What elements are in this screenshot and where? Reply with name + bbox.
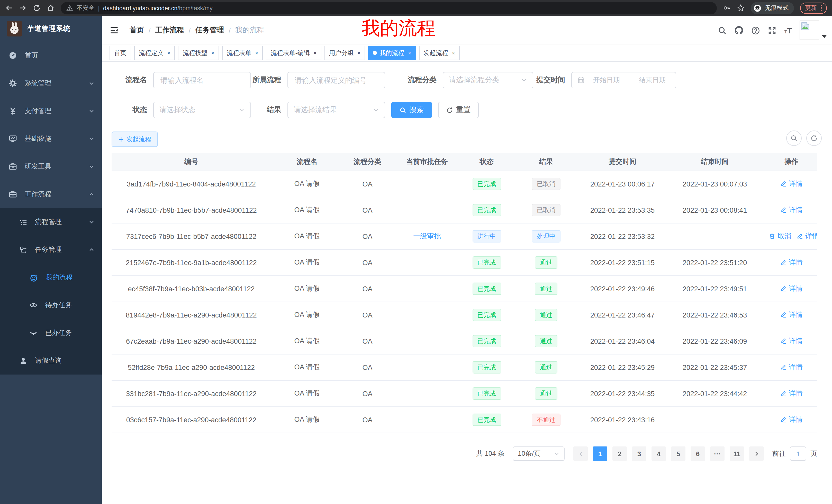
sidebar-item-process-mgmt[interactable]: 流程管理 [0,208,102,236]
font-size-icon[interactable]: TT [784,26,792,34]
op-cancel-link[interactable]: 取消 [769,232,791,241]
op-detail-link[interactable]: 详情 [780,310,803,319]
result-select[interactable]: 请选择流结果 [287,102,385,118]
close-icon[interactable]: × [452,50,455,56]
sidebar-item-devtools[interactable]: 研发工具 [0,152,102,180]
tab-流程定义[interactable]: 流程定义× [134,46,175,60]
sidebar-collapse-icon[interactable] [102,26,119,35]
user-avatar[interactable] [800,21,827,40]
chevron-down-icon [554,451,560,456]
submit-time-range-picker[interactable]: 开始日期 - 结束日期 [571,72,676,88]
op-detail-link[interactable]: 详情 [780,363,803,372]
op-detail-link[interactable]: 详情 [780,337,803,346]
cell-name: OA 请假 [271,407,343,433]
chevron-down-icon [88,80,95,86]
fullscreen-icon[interactable] [768,26,777,35]
tab-流程模型[interactable]: 流程模型× [178,46,219,60]
page-button-2[interactable]: 2 [613,446,627,461]
page-button-4[interactable]: 4 [651,446,666,461]
tab-发起流程[interactable]: 发起流程× [419,46,460,60]
chevron-right-icon [754,451,759,456]
sidebar-item-task-mgmt[interactable]: 任务管理 [0,236,102,263]
tab-首页[interactable]: 首页 [109,46,131,60]
start-process-button[interactable]: 发起流程 [111,132,158,147]
sidebar-item-my-process[interactable]: 我的流程 [0,263,102,291]
sidebar-item-workflow[interactable]: 工作流程 [0,180,102,208]
close-icon[interactable]: × [255,50,258,56]
op-detail-link[interactable]: 详情 [780,258,803,267]
breadcrumb-task-mgmt[interactable]: 任务管理 [196,26,224,35]
sidebar-item-todo-tasks[interactable]: 待办任务 [0,291,102,319]
cell-task [392,249,462,276]
op-detail-link[interactable]: 详情 [780,179,803,189]
page-button-6[interactable]: 6 [691,446,705,461]
close-icon[interactable]: × [357,50,361,56]
browser-update-button[interactable]: 更新 [800,2,827,13]
breadcrumb-home[interactable]: 首页 [130,26,144,35]
close-icon[interactable]: × [408,50,411,56]
github-icon[interactable] [734,26,744,35]
cell-id: 03c6c157-7b9a-11ec-a290-acde48001122 [111,407,271,433]
sidebar: 芋道管理系统 首页 系统管理 支付管理 基础设施 研发工具 工作流程 [0,16,102,504]
show-search-button[interactable] [786,131,802,146]
breadcrumb-workflow[interactable]: 工作流程 [155,26,184,35]
op-detail-link[interactable]: 详情 [797,232,817,241]
close-icon[interactable]: × [211,50,214,56]
page-button-11[interactable]: 11 [730,446,744,461]
task-link[interactable]: 一级审批 [413,232,441,241]
process-definition-input[interactable] [287,72,385,88]
security-label[interactable]: 不安全 [77,4,94,12]
bookmark-star-icon[interactable] [737,4,744,12]
update-label[interactable]: 更新 [805,4,817,12]
column-header: 结束时间 [664,153,766,171]
goto-page-input[interactable]: 1 [790,446,806,461]
cell-end-time: 2022-01-23 00:08:41 [664,197,766,223]
op-detail-link[interactable]: 详情 [780,284,803,293]
cell-submit-time: 2022-01-22 23:43:16 [581,407,664,433]
cell-task [392,197,462,223]
sidebar-item-infra[interactable]: 基础设施 [0,125,102,152]
next-page-button[interactable] [749,446,763,461]
key-icon[interactable] [723,4,730,12]
help-icon[interactable] [752,26,760,35]
page-size-select[interactable]: 10条/页 [513,446,565,461]
url-bar[interactable]: 不安全 | dashboard.yudao.iocoder.cn/bpm/tas… [61,2,717,14]
cell-id: 331bc281-7b9a-11ec-a290-acde48001122 [111,381,271,407]
tab-流程表单-编辑[interactable]: 流程表单-编辑× [266,46,321,60]
close-icon[interactable]: × [167,50,171,56]
page-button-···[interactable]: ··· [710,446,725,461]
forward-icon[interactable] [19,4,27,12]
search-button[interactable]: 搜索 [391,102,432,118]
sidebar-item-done-tasks[interactable]: 已办任务 [0,319,102,347]
refresh-table-button[interactable] [806,131,822,146]
browser-menu-icon[interactable] [821,5,822,11]
close-icon[interactable]: × [313,50,317,56]
table-row: 52ffd28e-7b9a-11ec-a290-acde48001122OA 请… [111,354,817,381]
reload-icon[interactable] [33,4,41,12]
home-icon[interactable] [47,4,54,12]
plus-icon [118,136,124,142]
category-select[interactable]: 请选择流程分类 [443,72,533,88]
sidebar-item-home[interactable]: 首页 [0,41,102,69]
op-detail-link[interactable]: 详情 [780,389,803,398]
status-select[interactable]: 请选择状态 [153,102,251,118]
page-button-3[interactable]: 3 [632,446,646,461]
tab-流程表单[interactable]: 流程表单× [222,46,263,60]
op-detail-link[interactable]: 详情 [780,205,803,215]
sidebar-item-leave-query[interactable]: 请假查询 [0,347,102,374]
prev-page-button[interactable] [573,446,588,461]
tab-我的流程[interactable]: 我的流程× [368,46,416,60]
back-icon[interactable] [5,4,13,12]
op-detail-link[interactable]: 详情 [780,415,803,424]
cell-name: OA 请假 [271,223,343,249]
cell-id: 3ad174fb-7b9d-11ec-8404-acde48001122 [111,171,271,197]
tab-用户分组[interactable]: 用户分组× [324,46,365,60]
process-name-input[interactable] [153,72,251,88]
sidebar-item-payment[interactable]: 支付管理 [0,97,102,125]
sidebar-item-system[interactable]: 系统管理 [0,69,102,97]
page-button-1[interactable]: 1 [593,446,607,461]
sidebar-item-label: 流程管理 [35,217,81,227]
search-icon[interactable] [718,26,727,35]
reset-button[interactable]: 重置 [438,102,479,118]
page-button-5[interactable]: 5 [671,446,685,461]
